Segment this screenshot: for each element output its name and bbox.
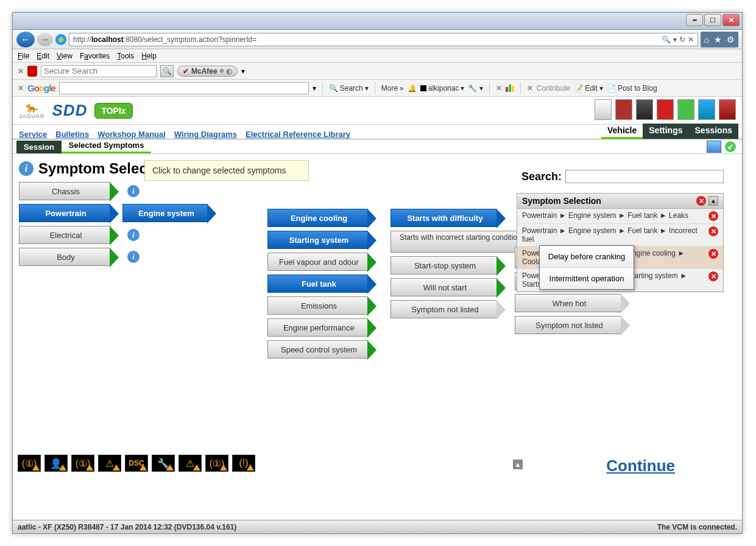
forward-button[interactable]: → [37,33,53,46]
tools-icon[interactable]: ⚙ [727,35,735,44]
tab-selected-symptoms[interactable]: Selected Symptoms [62,139,152,153]
warn-icon-8[interactable]: (①) [205,455,228,472]
btn-chassis[interactable]: Chassis [19,182,110,200]
btn-starting-system[interactable]: Starting system [267,231,368,249]
search-input[interactable] [565,170,724,183]
home-icon[interactable]: ⌂ [704,35,709,44]
google-search-button[interactable]: 🔍 Search ▾ [329,84,369,93]
warn-icon-1[interactable]: (①) [18,455,41,472]
selection-item-2[interactable]: Powertrain ► Engine system ► Fuel tank ►… [517,224,723,247]
menu-view[interactable]: View [57,52,72,60]
nav-service[interactable]: Service [19,130,47,139]
remove-selection-1[interactable]: ✕ [708,211,718,221]
toolbar-close-3[interactable]: ✕ [496,84,502,93]
contribute-link[interactable]: Contribute [537,84,570,93]
toolbar-close-1[interactable]: ✕ [18,67,24,75]
back-button[interactable]: ← [16,32,35,47]
tool-icon-6[interactable] [698,99,715,120]
tool-icon-1[interactable] [595,99,612,120]
tool-icon-7[interactable] [719,99,736,120]
google-search-dropdown[interactable]: ▾ [313,84,316,93]
mcafee-search-input[interactable] [41,65,157,77]
tab-sessions[interactable]: Sessions [689,124,738,139]
warn-icon-4[interactable]: ⚠ [98,455,121,472]
toolbar-close-2[interactable]: ✕ [18,84,24,93]
warn-icon-7[interactable]: ⚠ [178,455,202,472]
btn-when-hot[interactable]: When hot [515,294,621,312]
remove-selection-3[interactable]: ✕ [708,249,718,259]
search-dropdown-icon[interactable]: 🔍 ▾ [662,35,676,44]
btn-electrical[interactable]: Electrical [19,226,110,244]
favorites-icon[interactable]: ★ [714,35,722,44]
btn-powertrain[interactable]: Powertrain [19,204,110,222]
toolbar-close-4[interactable]: ✕ [527,84,533,93]
btn-fuel-tank[interactable]: Fuel tank [267,275,368,293]
tab-vehicle[interactable]: Vehicle [601,124,643,139]
remove-selection-4[interactable]: ✕ [708,271,718,281]
url-bar[interactable]: http:// localhost :8080/select_symptom.a… [69,33,698,46]
mcafee-help-icon[interactable]: ◐ [226,67,232,75]
close-button[interactable]: ✕ [722,14,740,26]
nav-bulletins[interactable]: Bulletins [55,130,89,139]
btn-engine-cooling[interactable]: Engine cooling [267,209,368,227]
tool-icon-4[interactable] [657,99,674,120]
selection-collapse[interactable]: ▲ [708,196,718,206]
info-icon-body[interactable]: i [127,251,140,263]
topix-badge[interactable]: TOPIx [94,103,132,119]
btn-engine-performance[interactable]: Engine performance [267,318,368,337]
nav-workshop-manual[interactable]: Workshop Manual [97,130,166,139]
menu-help[interactable]: Help [141,52,157,60]
popup-intermittent-operation[interactable]: Intermittent operation [540,268,634,289]
btn-starts-with-difficulty[interactable]: Starts with difficulty [390,209,497,227]
menu-tools[interactable]: Tools [117,52,134,60]
btn-emissions[interactable]: Emissions [267,296,368,315]
btn-body[interactable]: Body [19,248,110,266]
popup-delay-before-cranking[interactable]: Delay before cranking [540,246,634,268]
btn-speed-control[interactable]: Speed control system [267,340,368,359]
google-search-input[interactable] [59,82,309,94]
nav-electrical-reference[interactable]: Electrical Reference Library [246,130,350,139]
info-icon[interactable]: i [19,161,34,176]
btn-symptom-not-listed-l3[interactable]: Symptom not listed [390,300,497,318]
warn-icon-9[interactable]: (!) [232,455,255,472]
google-more-button[interactable]: More » [381,84,404,93]
continue-link[interactable]: Continue [606,457,675,475]
mcafee-search-button[interactable]: 🔍 [160,65,174,77]
tab-session[interactable]: Session [16,141,62,153]
edit-button[interactable]: 📝 Edit ▾ [574,84,603,93]
tool-icon-5[interactable] [677,99,694,120]
tool-icon-3[interactable] [636,99,653,120]
btn-start-stop-system[interactable]: Start-stop system [390,256,497,275]
btn-engine-system[interactable]: Engine system [122,204,208,222]
btn-fuel-vapour[interactable]: Fuel vapour and odour [267,253,368,271]
monitor-icon[interactable] [707,141,721,153]
menu-file[interactable]: File [18,52,29,60]
selection-clear-all[interactable]: ✕ [696,196,706,206]
btn-starts-incorrect-conditions[interactable]: Starts with incorrect starting condition… [390,231,531,253]
warn-icon-6[interactable]: 🔧 [152,455,175,472]
maximize-button[interactable]: ☐ [704,14,721,26]
stats-icon[interactable] [506,85,514,92]
stop-icon[interactable]: ✕ [688,35,694,44]
scroll-up-icon[interactable]: ▲ [513,460,523,469]
info-icon-electrical[interactable]: i [127,229,140,241]
tab-settings[interactable]: Settings [643,124,688,139]
check-circle-icon[interactable]: ↙ [725,141,736,152]
warn-icon-5[interactable]: DSC [125,455,148,472]
nav-wiring-diagrams[interactable]: Wiring Diagrams [174,130,237,139]
selection-item-1[interactable]: Powertrain ► Engine system ► Fuel tank ►… [517,209,723,224]
google-user[interactable]: alkiponac ▾ [420,84,465,93]
btn-will-not-start[interactable]: Will not start [390,278,497,296]
post-to-blog-button[interactable]: 📄 Post to Blog [607,84,657,93]
refresh-icon[interactable]: ↻ [679,35,685,44]
btn-symptom-not-listed-l4[interactable]: Symptom not listed [515,316,621,334]
remove-selection-2[interactable]: ✕ [708,226,718,236]
menu-edit[interactable]: Edit [37,52,49,60]
warn-icon-2[interactable]: 👤 [44,455,68,472]
mcafee-badge[interactable]: ✔ McAfee ® ◐ [177,66,238,77]
tool-icon-2[interactable] [615,99,632,120]
notification-icon[interactable]: 🔔 [408,84,417,93]
menu-favorites[interactable]: Favorites [80,52,110,60]
wrench-icon[interactable]: 🔧 ▾ [468,84,482,93]
warn-icon-3[interactable]: (①) [71,455,94,472]
